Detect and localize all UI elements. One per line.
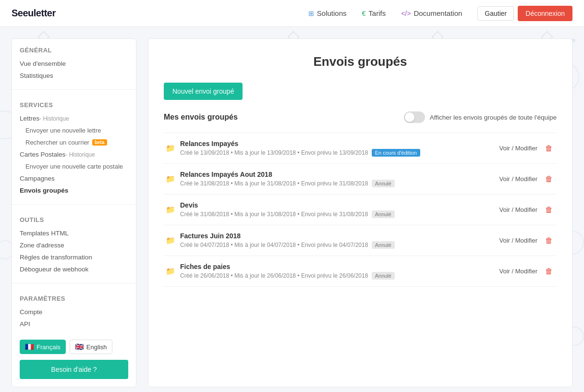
sidebar-item-api[interactable]: API: [20, 318, 128, 330]
main-content: Envois groupés Nouvel envoi groupé Mes e…: [148, 38, 572, 387]
envoi-row: 📁 Relances Impayés Aout 2018 Créé le 31/…: [164, 163, 557, 194]
envoi-info: Fiches de paies Créé le 26/06/2018 • Mis…: [180, 263, 499, 280]
lang-french-button[interactable]: 🇫🇷 Français: [20, 340, 66, 354]
view-edit-button[interactable]: Voir / Modifier: [499, 175, 537, 183]
english-label: English: [86, 343, 107, 351]
layout: Général Vue d'ensemble Statistiques Serv…: [0, 27, 584, 392]
envoi-actions: Voir / Modifier 🗑: [499, 235, 555, 246]
sidebar-outils-title: Outils: [20, 216, 128, 223]
envoi-title: Devis: [180, 201, 499, 209]
sidebar: Général Vue d'ensemble Statistiques Serv…: [12, 38, 136, 387]
sidebar-item-rechercher-courrier[interactable]: Rechercher un courrier beta: [20, 136, 128, 148]
nav-solutions[interactable]: ⊞ Solutions: [308, 9, 347, 17]
envoi-info: Factures Juin 2018 Créé le 04/07/2018 • …: [180, 232, 499, 249]
status-badge: Annulé: [372, 241, 395, 249]
delete-button[interactable]: 🗑: [543, 174, 555, 184]
team-toggle[interactable]: [404, 111, 425, 123]
sidebar-item-zone-adresse[interactable]: Zone d'adresse: [20, 239, 128, 251]
status-badge: Annulé: [372, 180, 395, 187]
sidebar-item-compte[interactable]: Compte: [20, 306, 128, 318]
envoi-title: Factures Juin 2018: [180, 232, 499, 240]
header-actions: Gautier Déconnexion: [477, 6, 572, 21]
view-edit-button[interactable]: Voir / Modifier: [499, 268, 537, 275]
sidebar-outils-section: Outils Templates HTML Zone d'adresse Règ…: [12, 208, 136, 279]
envoi-list: 📁 Relances Impayés Créé le 13/09/2018 • …: [164, 133, 557, 287]
sidebar-item-nouvelle-lettre[interactable]: Envoyer une nouvelle lettre: [20, 124, 128, 136]
folder-icon: 📁: [166, 144, 175, 153]
envoi-info: Devis Créé le 31/08/2018 • Mis à jour le…: [180, 201, 499, 218]
sidebar-item-envois-groupes[interactable]: Envois groupés: [20, 184, 128, 196]
folder-icon: 📁: [166, 205, 175, 214]
cartes-label: Cartes Postales: [20, 151, 65, 158]
nav-tarifs-label: Tarifs: [368, 9, 386, 17]
envoi-row: 📁 Devis Créé le 31/08/2018 • Mis à jour …: [164, 194, 557, 225]
envoi-actions: Voir / Modifier 🗑: [499, 143, 555, 154]
envoi-meta: Créé le 04/07/2018 • Mis à jour le 04/07…: [180, 241, 499, 249]
language-section: 🇫🇷 Français 🇬🇧 English: [12, 334, 136, 358]
nav-documentation[interactable]: </> Documentation: [401, 9, 462, 17]
delete-button[interactable]: 🗑: [543, 143, 555, 154]
envoi-actions: Voir / Modifier 🗑: [499, 266, 555, 277]
sidebar-item-statistiques[interactable]: Statistiques: [20, 70, 128, 82]
sidebar-item-regles-transformation[interactable]: Règles de transformation: [20, 251, 128, 263]
envoi-meta: Créé le 26/06/2018 • Mis à jour le 26/06…: [180, 272, 499, 280]
envoi-actions: Voir / Modifier 🗑: [499, 205, 555, 215]
code-icon: </>: [401, 10, 411, 17]
view-edit-button[interactable]: Voir / Modifier: [499, 237, 537, 244]
sidebar-item-debogueur-webhook[interactable]: Débogueur de webhook: [20, 263, 128, 275]
folder-icon: 📁: [166, 267, 175, 276]
envoi-title: Relances Impayés Aout 2018: [180, 171, 499, 178]
sidebar-item-nouvelle-carte[interactable]: Envoyer une nouvelle carte postale: [20, 160, 128, 172]
envoi-title: Fiches de paies: [180, 263, 499, 270]
envoi-meta: Créé le 31/08/2018 • Mis à jour le 31/08…: [180, 210, 499, 218]
french-flag-icon: 🇫🇷: [25, 343, 34, 351]
envoi-info: Relances Impayés Créé le 13/09/2018 • Mi…: [180, 140, 499, 157]
section-title: Mes envois groupés: [164, 113, 238, 122]
delete-button[interactable]: 🗑: [543, 235, 555, 246]
page-title: Envois groupés: [164, 54, 557, 69]
sidebar-general-section: Général Vue d'ensemble Statistiques: [12, 39, 136, 86]
lettres-label: Lettres: [20, 115, 39, 122]
sidebar-item-cartes-postales[interactable]: Cartes Postales- Historique: [20, 148, 128, 160]
nav-solutions-label: Solutions: [317, 9, 347, 17]
folder-icon: 📁: [166, 236, 175, 245]
view-edit-button[interactable]: Voir / Modifier: [499, 145, 537, 152]
new-group-button[interactable]: Nouvel envoi groupé: [164, 83, 243, 100]
grid-icon: ⊞: [308, 10, 314, 17]
delete-button[interactable]: 🗑: [543, 266, 555, 277]
logo: Seeuletter: [12, 8, 56, 19]
rechercher-label: Rechercher un courrier: [25, 139, 89, 146]
folder-icon: 📁: [166, 174, 175, 184]
delete-button[interactable]: 🗑: [543, 205, 555, 215]
french-label: Français: [36, 343, 61, 351]
sidebar-params-section: Paramètres Compte API: [12, 287, 136, 334]
lang-english-button[interactable]: 🇬🇧 English: [70, 340, 112, 354]
nav: ⊞ Solutions € Tarifs </> Documentation: [308, 9, 462, 17]
status-badge: Annulé: [372, 272, 395, 280]
lettres-sub: - Historique: [39, 115, 69, 122]
status-badge: En cours d'édition: [372, 149, 420, 157]
sidebar-divider-1: [12, 89, 136, 90]
logout-button[interactable]: Déconnexion: [518, 6, 572, 21]
sidebar-item-campagnes[interactable]: Campagnes: [20, 172, 128, 184]
sidebar-general-title: Général: [20, 47, 128, 54]
user-button[interactable]: Gautier: [477, 6, 514, 21]
cartes-sub: - Historique: [65, 151, 95, 158]
sidebar-services-title: Services: [20, 101, 128, 109]
nav-tarifs[interactable]: € Tarifs: [362, 9, 386, 17]
sidebar-item-vue-ensemble[interactable]: Vue d'ensemble: [20, 58, 128, 70]
status-badge: Annulé: [372, 210, 395, 218]
rechercher-row: Rechercher un courrier beta: [25, 139, 128, 146]
view-edit-button[interactable]: Voir / Modifier: [499, 206, 537, 213]
sidebar-item-lettres[interactable]: Lettres- Historique: [20, 112, 128, 124]
english-flag-icon: 🇬🇧: [75, 343, 84, 351]
sidebar-services-section: Services Lettres- Historique Envoyer une…: [12, 94, 136, 200]
help-button[interactable]: Besoin d'aide ?: [20, 360, 128, 379]
sidebar-divider-2: [12, 204, 136, 205]
envoi-meta: Créé le 13/09/2018 • Mis à jour le 13/09…: [180, 149, 499, 157]
toggle-label: Afficher les envois groupés de toute l'é…: [430, 114, 557, 121]
envoi-row: 📁 Relances Impayés Créé le 13/09/2018 • …: [164, 133, 557, 163]
envoi-info: Relances Impayés Aout 2018 Créé le 31/08…: [180, 171, 499, 187]
sidebar-item-templates-html[interactable]: Templates HTML: [20, 227, 128, 239]
nav-documentation-label: Documentation: [414, 9, 462, 17]
